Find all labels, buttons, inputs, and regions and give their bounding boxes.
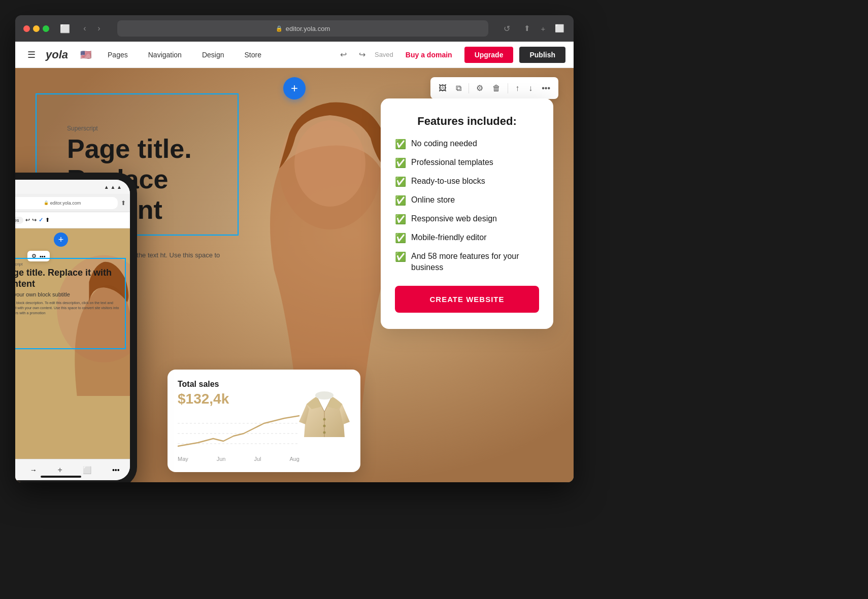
back-button[interactable]: ‹: [79, 22, 91, 35]
more-options-button[interactable]: •••: [540, 82, 552, 95]
svg-point-10: [323, 425, 326, 427]
redo-button[interactable]: ↪: [356, 48, 369, 61]
jacket-svg: [296, 381, 352, 447]
forward-button[interactable]: ›: [93, 22, 105, 35]
phone-page-subtitle[interactable]: Add your own block subtitle: [15, 290, 125, 298]
svg-point-11: [323, 431, 326, 434]
add-block-button[interactable]: +: [283, 77, 306, 99]
check-icon-5: ✅: [395, 214, 406, 225]
toolbar-nav: Pages Navigation Design Store: [97, 42, 337, 68]
feature-text-7: And 58 more features for your business: [411, 251, 539, 274]
chart-label-may: May: [178, 456, 188, 462]
new-tab-button[interactable]: +: [537, 22, 549, 35]
phone-browser-bar: ⬜ 🔒 editor.yola.com ⬆: [15, 194, 130, 212]
phone-home-indicator: [41, 476, 81, 478]
svg-point-8: [315, 391, 333, 400]
phone-action-icon: ⬆: [121, 199, 126, 207]
app-toolbar: ☰ yola 🇺🇸 Pages Navigation Design Store …: [15, 42, 574, 68]
lock-icon: 🔒: [276, 25, 283, 32]
chart-area: [178, 413, 299, 454]
sidebar-toggle-button[interactable]: ⬜: [59, 23, 71, 34]
check-icon-2: ✅: [395, 157, 406, 169]
phone-share-toolbar-button[interactable]: ⬆: [45, 217, 50, 223]
duplicate-button[interactable]: ⧉: [454, 82, 463, 95]
undo-button[interactable]: ↩: [337, 48, 350, 61]
move-down-button[interactable]: ↓: [526, 82, 535, 95]
feature-text-1: No coding needed: [411, 138, 477, 149]
check-icon-7: ✅: [395, 251, 406, 262]
features-title: Features included:: [395, 115, 539, 128]
nav-pages[interactable]: Pages: [97, 42, 138, 68]
phone-page-desc[interactable]: This is a block description. To edit thi…: [15, 298, 125, 317]
check-icon-6: ✅: [395, 232, 406, 244]
close-button[interactable]: [23, 25, 30, 32]
nav-store[interactable]: Store: [234, 42, 271, 68]
features-card: Features included: ✅ No coding needed ✅ …: [381, 98, 553, 329]
sales-title: Total sales: [178, 380, 299, 389]
feature-item-6: ✅ Mobile-friendly editor: [395, 232, 539, 244]
check-icon-3: ✅: [395, 176, 406, 187]
phone-check-button[interactable]: ✓: [39, 217, 43, 223]
phone-pages-pill[interactable]: Pages: [15, 217, 23, 224]
phone-selection-box: Superscript Page title. Replace it with …: [15, 258, 126, 349]
reload-button[interactable]: ↺: [500, 22, 513, 35]
phone-page-title[interactable]: Page title. Replace it with content: [15, 267, 125, 290]
delete-button[interactable]: 🗑: [490, 82, 503, 95]
publish-button[interactable]: Publish: [519, 47, 565, 63]
upgrade-button[interactable]: Upgrade: [464, 47, 514, 63]
minimize-button[interactable]: [33, 25, 40, 32]
toolbar-divider-2: [508, 83, 508, 93]
feature-item-4: ✅ Online store: [395, 194, 539, 206]
nav-navigation[interactable]: Navigation: [138, 42, 192, 68]
phone-mockup: 09:35 ▲ ▲ ▲ ⬜ 🔒 editor.yola.com ⬆ ☰ Page…: [15, 173, 137, 482]
element-toolbar: 🖼 ⧉ ⚙ 🗑 ↑ ↓ •••: [430, 77, 558, 99]
phone-screen: 09:35 ▲ ▲ ▲ ⬜ 🔒 editor.yola.com ⬆ ☰ Page…: [15, 180, 130, 480]
yola-logo: yola: [46, 48, 68, 61]
feature-text-4: Online store: [411, 194, 455, 206]
editor-content: + 🖼 ⧉ ⚙ 🗑 ↑ ↓ ••• Superscript Page title…: [15, 68, 574, 482]
svg-point-2: [294, 120, 365, 207]
phone-address-bar[interactable]: 🔒 editor.yola.com: [15, 197, 118, 209]
browser-window: ⬜ ‹ › 🔒 editor.yola.com ↺ ⬆ + ⬜ ☰ yola 🇺…: [15, 15, 574, 482]
address-bar[interactable]: 🔒 editor.yola.com: [117, 20, 488, 37]
feature-item-5: ✅ Responsive web design: [395, 213, 539, 225]
phone-forward-nav[interactable]: →: [30, 466, 37, 474]
maximize-button[interactable]: [43, 25, 49, 32]
move-up-button[interactable]: ↑: [513, 82, 521, 95]
browser-titlebar: ⬜ ‹ › 🔒 editor.yola.com ↺ ⬆ + ⬜: [15, 15, 574, 42]
menu-button[interactable]: ☰: [23, 47, 40, 62]
phone-plus-button[interactable]: +: [54, 232, 68, 247]
buy-domain-button[interactable]: Buy a domain: [399, 51, 458, 59]
create-website-button[interactable]: CREATE WEBSITE: [395, 286, 539, 313]
toolbar-right: ↩ ↪ Saved Buy a domain Upgrade Publish: [337, 47, 565, 63]
browser-action-buttons: ⬆ + ⬜: [521, 22, 565, 35]
nav-design[interactable]: Design: [192, 42, 235, 68]
phone-content: + ⚙ ••• Superscript Page title. Replace …: [15, 228, 130, 463]
chart-labels: May Jun Jul Aug: [178, 456, 299, 462]
phone-address-text: editor.yola.com: [50, 201, 81, 206]
phone-add-tab-button[interactable]: +: [57, 465, 62, 475]
phone-more-nav[interactable]: •••: [112, 466, 120, 474]
sales-chart: [178, 413, 299, 454]
phone-statusbar: 09:35 ▲ ▲ ▲: [15, 180, 130, 194]
phone-tabs-button[interactable]: ⬜: [83, 466, 91, 474]
browser-nav-buttons: ‹ ›: [79, 22, 105, 35]
feature-item-1: ✅ No coding needed: [395, 138, 539, 150]
check-icon-4: ✅: [395, 195, 406, 206]
share-button[interactable]: ⬆: [521, 22, 533, 35]
feature-text-3: Ready-to-use blocks: [411, 176, 485, 187]
tabs-button[interactable]: ⬜: [553, 22, 565, 35]
phone-editor-toolbar: ☰ Pages ↩ ↪ ✓ ⬆: [15, 212, 130, 228]
phone-redo-button[interactable]: ↪: [32, 217, 37, 223]
phone-undo-button[interactable]: ↩: [25, 217, 30, 223]
toolbar-divider: [469, 83, 469, 93]
chart-label-aug: Aug: [289, 456, 299, 462]
traffic-lights: [23, 25, 49, 32]
phone-icons: ▲ ▲ ▲: [104, 184, 122, 190]
check-icon-1: ✅: [395, 139, 406, 150]
image-button[interactable]: 🖼: [437, 82, 449, 95]
sales-card: Total sales $132,4k May: [168, 370, 360, 472]
feature-item-3: ✅ Ready-to-use blocks: [395, 176, 539, 187]
settings-button[interactable]: ⚙: [474, 81, 485, 95]
feature-text-2: Professional templates: [411, 157, 493, 168]
